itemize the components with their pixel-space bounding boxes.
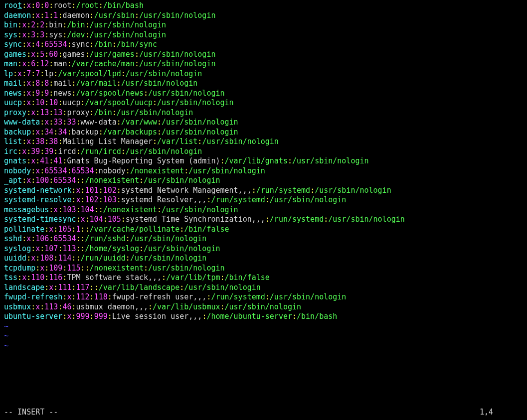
passwd-line: news:x:9:9:news:/var/spool/news:/usr/sbi… [4, 89, 525, 99]
passwd-user: systemd-resolve [4, 195, 71, 204]
passwd-line: sys:x:3:3:sys:/dev:/usr/sbin/nologin [4, 30, 525, 40]
passwd-user: roo [4, 1, 17, 10]
passwd-pw: x [40, 264, 44, 273]
passwd-gid: 34 [58, 128, 67, 137]
passwd-line: _apt:x:100:65534::/nonexistent:/usr/sbin… [4, 176, 525, 186]
passwd-uid: 7 [26, 69, 31, 78]
passwd-user: systemd-timesync [4, 215, 76, 224]
terminal-viewport[interactable]: root:x:0:0:root:/root:/bin/bashdaemon:x:… [0, 0, 527, 351]
passwd-user: sshd [4, 234, 22, 243]
passwd-gid: 60 [49, 50, 58, 59]
passwd-shell: /usr/sbin/nologin [202, 137, 279, 146]
passwd-gid: 2 [40, 20, 44, 29]
passwd-home: /bin [67, 20, 85, 29]
passwd-user: syslog [4, 244, 31, 253]
passwd-shell: /usr/sbin/nologin [225, 302, 302, 311]
passwd-line: tcpdump:x:109:115::/nonexistent:/usr/sbi… [4, 264, 525, 274]
passwd-user: uucp [4, 98, 22, 107]
passwd-pw: x [26, 89, 31, 98]
passwd-shell: /usr/sbin/nologin [328, 215, 405, 224]
passwd-line: messagebus:x:103:104::/nonexistent:/usr/… [4, 205, 525, 215]
passwd-line: sshd:x:106:65534::/run/sshd:/usr/sbin/no… [4, 234, 525, 244]
passwd-home: /var/www [121, 118, 157, 127]
passwd-gecos: uucp [62, 98, 80, 107]
passwd-gecos: systemd Network Management,,, [121, 186, 252, 195]
passwd-gecos: nobody [99, 166, 126, 175]
passwd-gecos: man [53, 59, 67, 68]
passwd-line: uucp:x:10:10:uucp:/var/spool/uucp:/usr/s… [4, 98, 525, 108]
passwd-line: proxy:x:13:13:proxy:/bin:/usr/sbin/nolog… [4, 108, 525, 118]
passwd-user: tcpdump [4, 264, 35, 273]
passwd-gecos: systemd Time Synchronization,,, [126, 215, 265, 224]
passwd-shell: /usr/sbin/nologin [117, 108, 193, 117]
passwd-user: gnats [4, 156, 26, 165]
passwd-uid: 999 [76, 312, 90, 321]
passwd-gecos: fwupd-refresh user,,, [112, 292, 207, 301]
passwd-uid: 38 [35, 137, 44, 146]
passwd-uid: 112 [76, 292, 90, 301]
passwd-home: /bin [94, 40, 112, 49]
passwd-home: /var/lib/tpm [166, 273, 220, 282]
passwd-uid: 102 [85, 195, 99, 204]
passwd-uid: 39 [31, 147, 40, 156]
passwd-home: /usr/games [90, 50, 135, 59]
passwd-home: /var/lib/gnats [225, 156, 288, 165]
passwd-shell: /bin/bash [297, 312, 337, 321]
passwd-pw: x [31, 108, 35, 117]
passwd-pw: x [35, 128, 40, 137]
passwd-uid: 111 [58, 283, 71, 292]
passwd-pw: x [22, 59, 26, 68]
vim-status-line: -- INSERT -- 1,4 [0, 407, 527, 420]
passwd-pw: x [76, 186, 81, 195]
passwd-line: www-data:x:33:33:www-data:/var/www:/usr/… [4, 118, 525, 128]
passwd-home: /nonexistent [130, 166, 184, 175]
passwd-line: irc:x:39:39:ircd:/run/ircd:/usr/sbin/nol… [4, 147, 525, 157]
passwd-home: /dev [67, 30, 85, 39]
passwd-pw: x [22, 147, 26, 156]
passwd-home: /run/uuidd [81, 254, 126, 263]
passwd-gid: 41 [53, 156, 62, 165]
passwd-user: bin [4, 20, 17, 29]
passwd-pw: x [49, 283, 53, 292]
passwd-home: /var/spool/news [76, 89, 144, 98]
passwd-line: gnats:x:41:41:Gnats Bug-Reporting System… [4, 156, 525, 166]
passwd-uid: 2 [31, 20, 35, 29]
cursor-position: 1,4 [480, 408, 523, 418]
passwd-uid: 9 [35, 89, 40, 98]
passwd-pw: x [22, 273, 26, 282]
passwd-shell: /usr/sbin/nologin [148, 89, 225, 98]
passwd-gecos: Gnats Bug-Reporting System (admin) [67, 156, 220, 165]
passwd-shell: /usr/sbin/nologin [162, 118, 238, 127]
passwd-gid: 65534 [53, 176, 76, 185]
passwd-gecos: proxy [67, 108, 89, 117]
passwd-pw: x [49, 225, 53, 234]
passwd-shell: /usr/sbin/nologin [144, 176, 220, 185]
vim-empty-line: ~ [4, 322, 525, 332]
passwd-user: lp [4, 69, 13, 78]
passwd-line: ubuntu-server:x:999:999:Live session use… [4, 312, 525, 322]
passwd-line: uuidd:x:108:114::/run/uuidd:/usr/sbin/no… [4, 254, 525, 264]
passwd-home: /var/cache/pollinate [90, 225, 180, 234]
passwd-gid: 12 [40, 59, 49, 68]
passwd-gid: 105 [108, 215, 121, 224]
passwd-gid: 10 [49, 98, 58, 107]
passwd-pw: x [26, 79, 31, 88]
passwd-line: lp:x:7:7:lp:/var/spool/lpd:/usr/sbin/nol… [4, 69, 525, 79]
passwd-gecos: lp [44, 69, 53, 78]
passwd-shell: /bin/false [184, 225, 229, 234]
passwd-home: /run/systemd [270, 215, 324, 224]
vim-empty-line: ~ [4, 341, 525, 351]
passwd-gid: 102 [103, 186, 117, 195]
passwd-home: /var/spool/uucp [85, 98, 153, 107]
passwd-pw: x [26, 234, 31, 243]
passwd-gid: 115 [67, 264, 80, 273]
passwd-shell: /usr/sbin/nologin [162, 128, 238, 137]
passwd-gid: 13 [53, 108, 62, 117]
passwd-gecos: Live session user,,, [112, 312, 202, 321]
passwd-line: backup:x:34:34:backup:/var/backups:/usr/… [4, 128, 525, 138]
passwd-user: fwupd-refresh [4, 292, 62, 301]
passwd-shell: /usr/sbin/nologin [188, 166, 265, 175]
passwd-shell: /usr/sbin/nologin [126, 147, 202, 156]
passwd-gid: 0 [44, 1, 49, 10]
passwd-user: systemd-network [4, 186, 71, 195]
